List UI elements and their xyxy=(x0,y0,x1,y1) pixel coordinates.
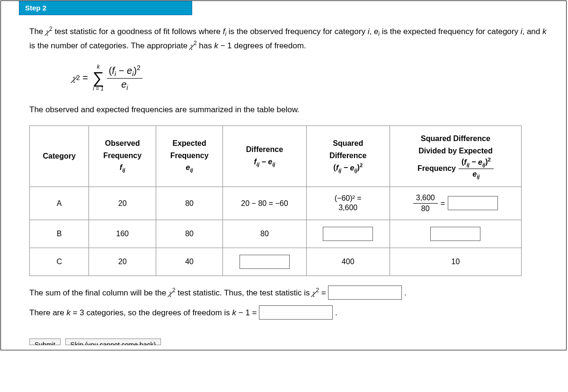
chi-squared-symbol: 𝜒 xyxy=(190,41,194,50)
cell-expected: 80 xyxy=(156,187,222,220)
cell-squared: (−60)² = 3,600 xyxy=(306,187,390,220)
chi-squared-symbol: 𝜒 xyxy=(45,27,49,36)
text: The sum of the final column will be the xyxy=(29,288,169,297)
text: = 3 categories, so the degrees of freedo… xyxy=(71,308,232,317)
step-header: Step 2 xyxy=(19,1,192,15)
intro-text: The 𝜒2 test statistic for a goodness of … xyxy=(29,25,547,52)
sup: 2 xyxy=(194,40,197,46)
chi-squared-symbol: 𝜒 xyxy=(72,70,76,85)
degrees-freedom-line: There are k = 3 categories, so the degre… xyxy=(29,305,547,320)
cell-difference xyxy=(223,248,306,276)
answer-input-b-divided[interactable] xyxy=(430,227,480,241)
text: is the expected frequency for category xyxy=(380,27,521,36)
table-header-row: Category Observed Frequency fij Expected… xyxy=(30,126,522,187)
frequency-table: Category Observed Frequency fij Expected… xyxy=(29,125,522,276)
var-k: k xyxy=(542,27,547,36)
chi-squared-symbol: 𝜒 xyxy=(169,288,172,297)
header-squared-diff: Squared Difference (fij − eij)2 xyxy=(306,126,390,187)
table-row: B 160 80 80 xyxy=(30,220,522,248)
cell-category: A xyxy=(30,187,89,220)
skip-button[interactable]: Skip (you cannot come back) xyxy=(65,339,161,345)
chi-squared-formula: 𝜒2 = k ∑ i = 1 (fi − ei)2 ei xyxy=(72,64,547,91)
text: test statistic. Thus, the test statistic… xyxy=(176,288,312,297)
table-row: A 20 80 20 − 80 = −60 (−60)² = 3,600 3, xyxy=(30,187,522,220)
header-observed: Observed Frequency fij xyxy=(89,126,156,187)
text: is the number of categories. The appropr… xyxy=(29,41,190,50)
text: has xyxy=(197,41,214,50)
cell-expected: 40 xyxy=(156,248,222,276)
var-k: k xyxy=(214,41,218,50)
var-i: i xyxy=(368,27,370,36)
cell-observed: 20 xyxy=(89,187,156,220)
cell-divided: 10 xyxy=(390,248,521,276)
answer-input-c-difference[interactable] xyxy=(240,255,290,269)
submit-button[interactable]: Submit xyxy=(29,339,61,345)
header-difference: Difference fij − eij xyxy=(223,126,306,187)
table-intro-text: The observed and expected frequencies ar… xyxy=(29,103,547,116)
text: There are xyxy=(29,308,66,317)
header-category: Category xyxy=(30,126,89,187)
text: , and xyxy=(522,27,542,36)
text: − 1 degrees of freedom. xyxy=(218,41,306,50)
cell-squared xyxy=(306,220,390,248)
text: test statistic for a goodness of fit fol… xyxy=(53,27,223,36)
formula-fraction: (fi − ei)2 ei xyxy=(107,64,142,91)
var-k: k xyxy=(232,308,237,317)
text: − 1 = xyxy=(236,308,259,317)
answer-input-b-squared[interactable] xyxy=(323,227,373,241)
header-divided: Squared Difference Divided by Expected F… xyxy=(390,126,521,187)
summation-symbol: k ∑ i = 1 xyxy=(93,64,104,91)
page-frame: Step 2 The 𝜒2 test statistic for a goodn… xyxy=(0,0,567,350)
cell-divided: 3,600 80 = xyxy=(390,187,521,220)
test-statistic-line: The sum of the final column will be the … xyxy=(29,285,547,300)
text: The xyxy=(29,27,45,36)
cell-difference: 80 xyxy=(223,220,306,248)
var-k: k xyxy=(66,308,71,317)
button-row: Submit Skip (you cannot come back) xyxy=(29,339,547,345)
cell-category: C xyxy=(30,248,89,276)
cell-expected: 80 xyxy=(156,220,222,248)
content-area: The 𝜒2 test statistic for a goodness of … xyxy=(1,15,566,350)
header-expected: Expected Frequency eij xyxy=(156,126,222,187)
text: is the observed frequency for category xyxy=(226,27,368,36)
sup: 2 xyxy=(49,26,53,32)
cell-difference: 20 − 80 = −60 xyxy=(223,187,306,220)
cell-category: B xyxy=(30,220,89,248)
cell-observed: 20 xyxy=(89,248,156,276)
cell-divided xyxy=(390,220,521,248)
cell-squared: 400 xyxy=(306,248,390,276)
var-ei: ei xyxy=(374,27,380,36)
answer-input-chi-squared[interactable] xyxy=(328,285,402,300)
answer-input-a-divided[interactable] xyxy=(448,196,498,210)
cell-observed: 160 xyxy=(89,220,156,248)
var-fi: fi xyxy=(223,27,226,36)
answer-input-df[interactable] xyxy=(259,305,333,320)
table-row: C 20 40 400 10 xyxy=(30,248,522,276)
